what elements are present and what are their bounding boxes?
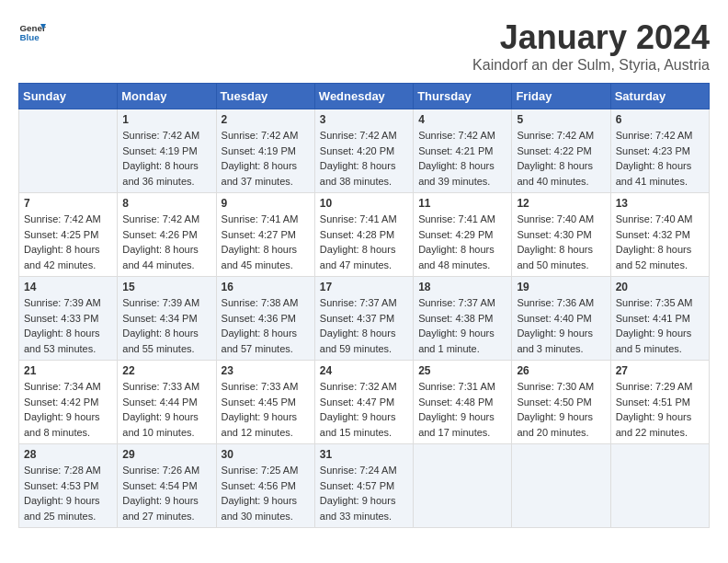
daylight: Daylight: 9 hours and 22 minutes. [616,411,692,438]
sunset: Sunset: 4:41 PM [616,313,690,324]
sunrise: Sunrise: 7:42 AM [122,213,199,224]
sunrise: Sunrise: 7:41 AM [222,213,299,224]
column-header-monday: Monday [118,84,216,109]
daylight: Daylight: 8 hours and 41 minutes. [616,160,692,187]
sunrise: Sunrise: 7:40 AM [517,213,594,224]
sunset: Sunset: 4:40 PM [517,313,591,324]
daylight: Daylight: 9 hours and 12 minutes. [222,411,298,438]
sunset: Sunset: 4:57 PM [320,480,394,491]
sunrise: Sunrise: 7:41 AM [418,213,495,224]
sunrise: Sunrise: 7:42 AM [320,130,397,141]
sunrise: Sunrise: 7:33 AM [222,381,299,392]
daylight: Daylight: 8 hours and 50 minutes. [517,244,593,270]
cell-info: Sunrise: 7:42 AM Sunset: 4:19 PM Dayligh… [122,128,210,189]
sunset: Sunset: 4:45 PM [222,396,296,408]
sunset: Sunset: 4:34 PM [122,313,197,324]
cell-info: Sunrise: 7:36 AM Sunset: 4:40 PM Dayligh… [517,295,605,356]
day-cell: 30 Sunrise: 7:25 AM Sunset: 4:56 PM Dayl… [216,444,314,528]
day-number: 26 [517,364,605,377]
day-number: 25 [418,364,506,377]
sunrise: Sunrise: 7:40 AM [616,213,693,224]
subtitle: Kaindorf an der Sulm, Styria, Austria [472,57,710,74]
sunset: Sunset: 4:54 PM [122,480,197,491]
daylight: Daylight: 8 hours and 44 minutes. [122,244,199,270]
sunrise: Sunrise: 7:28 AM [24,465,101,476]
cell-info: Sunrise: 7:32 AM Sunset: 4:47 PM Dayligh… [320,379,408,440]
daylight: Daylight: 8 hours and 39 minutes. [418,160,495,187]
sunrise: Sunrise: 7:38 AM [222,297,299,308]
daylight: Daylight: 8 hours and 37 minutes. [222,160,298,187]
sunset: Sunset: 4:38 PM [418,313,493,324]
daylight: Daylight: 9 hours and 3 minutes. [517,327,593,354]
day-cell [19,109,118,193]
week-row-5: 28 Sunrise: 7:28 AM Sunset: 4:53 PM Dayl… [19,444,710,528]
cell-info: Sunrise: 7:42 AM Sunset: 4:21 PM Dayligh… [418,128,506,189]
day-number: 7 [24,197,112,210]
day-number: 11 [418,197,506,210]
cell-info: Sunrise: 7:31 AM Sunset: 4:48 PM Dayligh… [418,379,506,440]
day-cell [610,444,709,528]
sunset: Sunset: 4:48 PM [418,396,493,408]
sunrise: Sunrise: 7:30 AM [517,381,594,392]
daylight: Daylight: 8 hours and 53 minutes. [24,327,100,354]
day-number: 1 [122,113,210,126]
sunrise: Sunrise: 7:35 AM [616,297,693,308]
cell-info: Sunrise: 7:25 AM Sunset: 4:56 PM Dayligh… [222,463,310,523]
day-cell: 6 Sunrise: 7:42 AM Sunset: 4:23 PM Dayli… [610,109,709,193]
sunset: Sunset: 4:30 PM [517,229,591,240]
sunrise: Sunrise: 7:26 AM [122,465,199,476]
sunrise: Sunrise: 7:42 AM [222,130,299,141]
sunset: Sunset: 4:32 PM [616,229,690,240]
day-cell: 18 Sunrise: 7:37 AM Sunset: 4:38 PM Dayl… [414,277,512,361]
sunrise: Sunrise: 7:41 AM [320,213,397,224]
day-cell [512,444,610,528]
day-cell: 27 Sunrise: 7:29 AM Sunset: 4:51 PM Dayl… [610,361,709,444]
day-number: 22 [122,364,210,377]
day-number: 16 [222,281,310,293]
daylight: Daylight: 9 hours and 17 minutes. [418,411,495,438]
cell-info: Sunrise: 7:41 AM Sunset: 4:29 PM Dayligh… [418,212,506,272]
sunrise: Sunrise: 7:37 AM [418,297,495,308]
logo: General Blue [18,18,46,46]
day-number: 9 [222,197,310,210]
day-cell: 28 Sunrise: 7:28 AM Sunset: 4:53 PM Dayl… [19,444,118,528]
day-cell: 24 Sunrise: 7:32 AM Sunset: 4:47 PM Dayl… [314,361,413,444]
day-cell: 13 Sunrise: 7:40 AM Sunset: 4:32 PM Dayl… [610,193,709,277]
day-cell: 26 Sunrise: 7:30 AM Sunset: 4:50 PM Dayl… [512,361,610,444]
cell-info: Sunrise: 7:42 AM Sunset: 4:19 PM Dayligh… [222,128,310,189]
daylight: Daylight: 9 hours and 33 minutes. [320,495,396,522]
daylight: Daylight: 9 hours and 25 minutes. [24,495,100,522]
day-number: 3 [320,113,408,126]
daylight: Daylight: 9 hours and 20 minutes. [517,411,593,438]
week-row-1: 1 Sunrise: 7:42 AM Sunset: 4:19 PM Dayli… [19,109,710,193]
day-cell: 19 Sunrise: 7:36 AM Sunset: 4:40 PM Dayl… [512,277,610,361]
sunrise: Sunrise: 7:29 AM [616,381,693,392]
cell-info: Sunrise: 7:24 AM Sunset: 4:57 PM Dayligh… [320,463,408,523]
sunrise: Sunrise: 7:42 AM [616,130,693,141]
day-number: 30 [222,448,310,461]
day-number: 2 [222,113,310,126]
sunrise: Sunrise: 7:24 AM [320,465,397,476]
daylight: Daylight: 8 hours and 55 minutes. [122,327,199,354]
cell-info: Sunrise: 7:37 AM Sunset: 4:38 PM Dayligh… [418,295,506,356]
day-cell: 20 Sunrise: 7:35 AM Sunset: 4:41 PM Dayl… [610,277,709,361]
cell-info: Sunrise: 7:38 AM Sunset: 4:36 PM Dayligh… [222,295,310,356]
sunset: Sunset: 4:47 PM [320,396,394,408]
cell-info: Sunrise: 7:33 AM Sunset: 4:44 PM Dayligh… [122,379,210,440]
day-cell: 14 Sunrise: 7:39 AM Sunset: 4:33 PM Dayl… [19,277,118,361]
sunrise: Sunrise: 7:25 AM [222,465,299,476]
day-number: 29 [122,448,210,461]
sunrise: Sunrise: 7:42 AM [122,130,199,141]
column-header-tuesday: Tuesday [216,84,314,109]
cell-info: Sunrise: 7:26 AM Sunset: 4:54 PM Dayligh… [122,463,210,523]
cell-info: Sunrise: 7:42 AM Sunset: 4:23 PM Dayligh… [616,128,704,189]
title-area: January 2024 Kaindorf an der Sulm, Styri… [472,18,710,74]
cell-info: Sunrise: 7:40 AM Sunset: 4:30 PM Dayligh… [517,212,605,272]
column-header-friday: Friday [512,84,610,109]
sunset: Sunset: 4:37 PM [320,313,394,324]
daylight: Daylight: 9 hours and 5 minutes. [616,327,692,354]
sunrise: Sunrise: 7:37 AM [320,297,397,308]
sunrise: Sunrise: 7:42 AM [24,213,101,224]
header-row: SundayMondayTuesdayWednesdayThursdayFrid… [19,84,710,109]
daylight: Daylight: 8 hours and 38 minutes. [320,160,396,187]
